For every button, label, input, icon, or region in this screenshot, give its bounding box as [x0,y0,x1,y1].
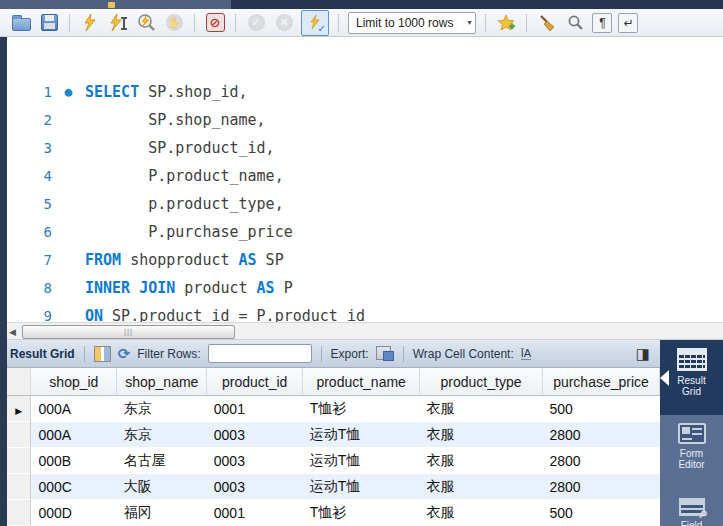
code-line[interactable]: 8INNER JOIN product AS P [7,274,723,302]
code-line[interactable]: 6 P.purchase_price [7,218,723,246]
cell-product_type[interactable]: 衣服 [420,422,543,448]
row-header-cell[interactable] [7,422,31,448]
cell-shop_id[interactable]: 000B [31,448,117,474]
column-header-product_id[interactable]: product_id [207,368,303,396]
cell-product_name[interactable]: T恤衫 [303,396,420,422]
wrap-cell-content-icon[interactable]: ĪA [521,347,531,360]
grid-corner-cell [7,368,31,396]
refresh-icon[interactable]: ⟳ [118,347,131,361]
code-line[interactable]: 7FROM shopproduct AS SP [7,246,723,274]
table-row[interactable]: 000C大阪0003运动T恤衣服2800 [7,474,660,500]
code-line[interactable]: 1●SELECT SP.shop_id, [7,78,723,106]
cell-shop_name[interactable]: 东京 [117,396,207,422]
toggle-stop-on-error-button[interactable]: ⊘ [204,12,226,34]
code-line[interactable]: 2 SP.shop_name, [7,106,723,134]
cell-product_name[interactable]: 运动T恤 [303,448,420,474]
open-script-button[interactable] [10,12,32,34]
cell-purchase_price[interactable]: 500 [542,396,659,422]
table-row[interactable]: 000B名古屋0003运动T恤衣服2800 [7,448,660,474]
cell-shop_name[interactable]: 名古屋 [117,448,207,474]
row-header-cell[interactable] [7,474,31,500]
cell-shop_id[interactable]: 000A [31,396,117,422]
sidebar-item-field-types[interactable]: Field [660,490,723,526]
code-line[interactable]: 4 P.product_name, [7,162,723,190]
limit-rows-dropdown[interactable]: Limit to 1000 rows ▾ [348,12,476,34]
save-snippet-button[interactable] [495,12,517,34]
column-header-purchase_price[interactable]: purchase_price [542,368,659,396]
cell-product_name[interactable]: 运动T恤 [303,474,420,500]
result-view-sidebar: Result Grid Form Editor Field [660,340,723,526]
toggle-autocommit-button[interactable]: ✓ [301,10,329,36]
column-header-shop_name[interactable]: shop_name [117,368,207,396]
cell-product_id[interactable]: 0001 [207,396,303,422]
row-header-cell[interactable]: ▶ [7,396,31,422]
field-types-icon [679,498,705,516]
cell-shop_id[interactable]: 000A [31,422,117,448]
cell-product_name[interactable]: 运动T恤 [303,422,420,448]
cell-shop_id[interactable]: 000C [31,474,117,500]
table-row[interactable]: 000D福冈0001T恤衫衣服500 [7,500,660,526]
cell-product_id[interactable]: 0003 [207,422,303,448]
rollback-button: ✕ [273,12,295,34]
cell-product_type[interactable]: 衣服 [420,448,543,474]
cell-purchase_price[interactable]: 2800 [542,422,659,448]
column-header-shop_id[interactable]: shop_id [31,368,117,396]
toolbar-separator [194,14,195,32]
cell-product_name[interactable]: T恤衫 [303,500,420,526]
toolbar-separator [338,14,339,32]
active-row-arrow-icon: ▶ [15,406,22,416]
show-invisibles-button[interactable]: ¶ [592,13,612,33]
result-grid-icon [677,348,707,371]
cell-purchase_price[interactable]: 2800 [542,474,659,500]
save-script-button[interactable] [38,12,60,34]
export-icon[interactable] [376,346,394,361]
beautify-button[interactable] [536,12,558,34]
cell-product_id[interactable]: 0003 [207,474,303,500]
code-line[interactable]: 3 SP.product_id, [7,134,723,162]
filter-rows-input[interactable] [208,344,312,363]
line-number: 9 [7,302,52,322]
cell-product_id[interactable]: 0003 [207,448,303,474]
cell-product_type[interactable]: 衣服 [420,500,543,526]
grid-columns-icon[interactable] [94,346,111,362]
table-row[interactable]: 000A东京0003运动T恤衣服2800 [7,422,660,448]
column-header-product_type[interactable]: product_type [420,368,543,396]
code-line[interactable]: 5 p.product_type, [7,190,723,218]
sql-code[interactable]: 1●SELECT SP.shop_id,2 SP.shop_name,3 SP.… [7,78,723,322]
row-header-cell[interactable] [7,448,31,474]
toggle-wrap-button[interactable]: ↵ [618,13,638,33]
cell-shop_name[interactable]: 大阪 [117,474,207,500]
cell-purchase_price[interactable]: 500 [542,500,659,526]
find-button[interactable] [564,12,586,34]
code-text: SP.product_id, [85,134,275,162]
result-grid: shop_idshop_nameproduct_idproduct_namepr… [7,368,660,526]
scroll-left-arrow-icon[interactable]: ◀ [9,327,16,337]
toolbar-separator [321,346,322,362]
row-header-cell[interactable] [7,500,31,526]
code-text: INNER JOIN product AS P [85,274,293,302]
column-header-product_name[interactable]: product_name [303,368,420,396]
explain-button[interactable] [135,12,157,34]
table-row[interactable]: ▶000A东京0001T恤衫衣服500 [7,396,660,422]
execute-current-button[interactable] [107,12,129,34]
query-tab[interactable] [0,0,231,9]
sidebar-item-form-editor[interactable]: Form Editor [660,415,723,490]
cell-shop_id[interactable]: 000D [31,500,117,526]
cell-product_type[interactable]: 衣服 [420,474,543,500]
sql-editor[interactable]: 1●SELECT SP.shop_id,2 SP.shop_name,3 SP.… [0,37,723,322]
cell-product_type[interactable]: 衣服 [420,396,543,422]
cell-shop_name[interactable]: 福冈 [117,500,207,526]
code-line[interactable]: 9ON SP.product_id = P.product_id [7,302,723,322]
hscrollbar-thumb[interactable]: ||| [22,325,235,339]
statement-marker-empty [52,274,85,302]
cell-product_id[interactable]: 0001 [207,500,303,526]
cell-shop_name[interactable]: 东京 [117,422,207,448]
editor-hscrollbar[interactable]: ◀ ||| [0,322,723,340]
sidebar-item-result-grid[interactable]: Result Grid [660,340,723,415]
wrap-cell-content-label: Wrap Cell Content: [413,347,514,361]
cell-purchase_price[interactable]: 2800 [542,448,659,474]
mysql-workbench-window: ✋ ⊘ ✓ ✕ ✓ Limit to 1000 rows ▾ ¶ ↵ 1●SEL… [0,0,723,526]
panel-toggle-icon[interactable]: ◨ [636,345,650,363]
query-tab-icon [108,2,115,8]
execute-button[interactable] [79,12,101,34]
